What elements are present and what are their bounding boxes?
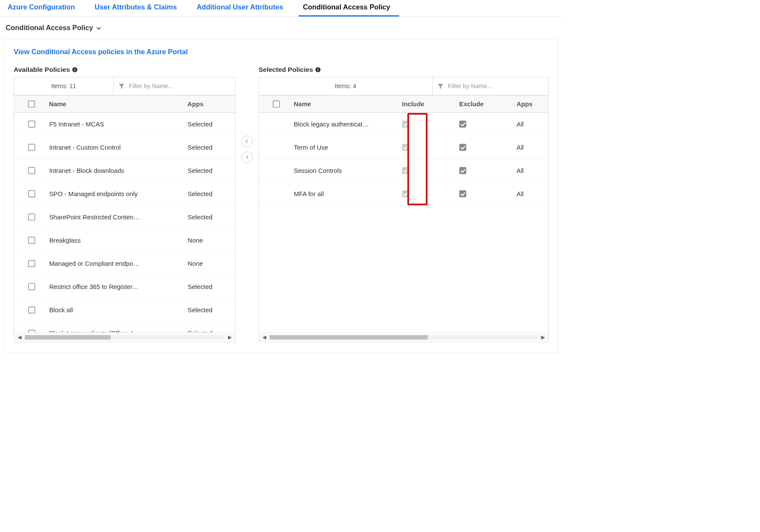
tabs-bar: Azure Configuration User Attributes & Cl… [0,0,563,17]
table-row[interactable]: Restrict office 365 to Register…Selected [14,275,235,298]
selected-policies-section: Selected Policies i Items: 4 [258,65,549,342]
policy-apps: Selected [188,283,235,290]
table-row[interactable]: Intranet - Block downloadsSelected [14,159,235,182]
azure-portal-link[interactable]: View Conditional Access policies in the … [14,48,549,56]
policy-apps: All [517,167,548,174]
policy-apps: Selected [188,167,235,174]
exclude-checkbox[interactable] [459,144,466,151]
table-row[interactable]: SharePoint Restricted Conten…Selected [14,206,235,229]
filter-icon [118,83,125,89]
row-checkbox[interactable] [28,144,35,151]
selected-items-count: Items: 4 [259,77,433,95]
table-row[interactable]: SPO - Managed endpoints onlySelected [14,182,235,206]
include-checkbox[interactable] [402,120,409,127]
policy-apps: Selected [188,120,235,128]
include-checkbox[interactable] [402,144,409,151]
move-right-button[interactable] [241,151,253,163]
policy-apps: All [517,190,548,197]
selected-hscroll[interactable]: ◀ ▶ [259,332,548,342]
selected-title: Selected Policies i [258,65,549,73]
selected-col-exclude[interactable]: Exclude [459,100,517,108]
available-col-apps[interactable]: Apps [188,100,235,108]
available-select-all-checkbox[interactable] [28,101,35,108]
scroll-right-icon[interactable]: ▶ [538,334,548,340]
table-row[interactable]: Session ControlsAll [259,159,548,182]
selected-scroll-area[interactable]: Block legacy authenticat…AllTerm of UseA… [259,113,548,332]
row-checkbox[interactable] [28,307,35,314]
tab-conditional-access-policy[interactable]: Conditional Access Policy [298,0,399,16]
policy-name: Managed or Compliant endpo… [49,260,188,267]
policy-name: Term of Use [294,144,402,151]
table-row[interactable]: BreakglassNone [14,229,235,252]
available-filter[interactable] [114,77,235,95]
available-scroll-area[interactable]: F5 Intranet - MCASSelectedIntranet - Cus… [14,113,235,332]
policy-apps: None [188,237,235,244]
row-checkbox[interactable] [28,283,35,290]
scroll-right-icon[interactable]: ▶ [225,334,235,340]
selected-col-apps[interactable]: Apps [517,100,548,108]
main-panel: View Conditional Access policies in the … [4,39,558,354]
section-title-text: Conditional Access Policy [6,24,93,32]
available-col-name[interactable]: Name [49,100,188,108]
row-checkbox[interactable] [28,237,35,244]
table-row[interactable]: Block Legacy clients (Office, I…Selected [14,322,235,332]
policy-name: F5 Intranet - MCAS [49,120,188,128]
policy-name: Block Legacy clients (Office, I… [49,329,188,332]
policy-apps: Selected [188,329,235,332]
policy-apps: Selected [188,306,235,314]
row-checkbox[interactable] [28,191,35,197]
table-row[interactable]: Term of UseAll [259,136,548,159]
include-checkbox[interactable] [402,167,409,174]
policy-apps: Selected [188,213,235,221]
policy-name: Intranet - Block downloads [49,167,188,174]
row-checkbox[interactable] [28,330,35,332]
tab-additional-user-attributes[interactable]: Additional User Attributes [192,0,292,16]
policy-apps: Selected [188,144,235,151]
available-policies-section: Available Policies i Items: 11 [14,65,236,342]
scroll-left-icon[interactable]: ◀ [14,334,25,340]
policy-name: MFA for all [294,190,402,197]
info-icon: i [72,65,77,73]
scroll-left-icon[interactable]: ◀ [259,334,270,340]
selected-select-all-checkbox[interactable] [273,101,280,108]
section-title[interactable]: Conditional Access Policy [0,17,563,35]
policy-apps: None [188,260,235,267]
table-row[interactable]: Block legacy authenticat…All [259,113,548,136]
row-checkbox[interactable] [28,167,35,174]
policy-name: Breakglass [49,237,188,244]
transfer-buttons [236,65,258,163]
policy-name: Block legacy authenticat… [294,120,402,128]
available-items-count: Items: 11 [14,77,114,95]
policy-apps: All [517,120,548,128]
policy-apps: Selected [188,190,235,197]
table-row[interactable]: Block allSelected [14,298,235,322]
available-filter-input[interactable] [129,83,231,89]
exclude-checkbox[interactable] [459,120,466,127]
policy-name: Intranet - Custom Control [49,144,188,151]
filter-icon [437,83,444,89]
exclude-checkbox[interactable] [459,191,466,197]
selected-filter-input[interactable] [448,83,544,89]
caret-down-icon [96,24,102,32]
table-row[interactable]: Managed or Compliant endpo…None [14,252,235,275]
policy-name: Restrict office 365 to Register… [49,283,188,290]
tab-azure-configuration[interactable]: Azure Configuration [3,0,84,16]
move-left-button[interactable] [241,135,253,147]
available-hscroll[interactable]: ◀ ▶ [14,332,235,342]
policy-name: Session Controls [294,167,402,174]
table-row[interactable]: MFA for allAll [259,182,548,206]
include-checkbox[interactable] [402,191,409,197]
row-checkbox[interactable] [28,214,35,221]
row-checkbox[interactable] [28,260,35,267]
selected-col-name[interactable]: Name [294,100,402,108]
table-row[interactable]: F5 Intranet - MCASSelected [14,113,235,136]
table-row[interactable]: Intranet - Custom ControlSelected [14,136,235,159]
policy-name: Block all [49,306,188,314]
exclude-checkbox[interactable] [459,167,466,174]
policy-apps: All [517,144,548,151]
policy-name: SharePoint Restricted Conten… [49,213,188,221]
selected-col-include[interactable]: Include [402,100,459,108]
row-checkbox[interactable] [28,120,35,127]
tab-user-attributes-claims[interactable]: User Attributes & Claims [90,0,186,16]
selected-filter[interactable] [433,77,548,95]
